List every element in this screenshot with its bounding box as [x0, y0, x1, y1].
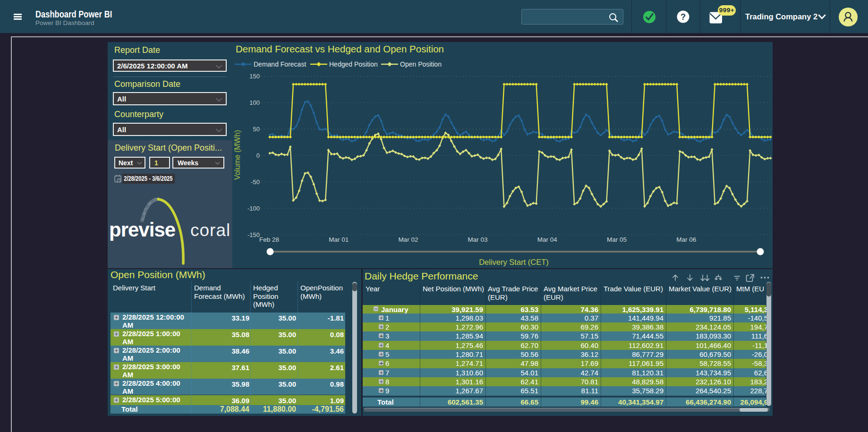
svg-text:Open Position: Open Position: [400, 60, 442, 68]
svg-text:Mar 05: Mar 05: [607, 236, 627, 243]
svg-text:Demand Forecast: Demand Forecast: [254, 60, 306, 68]
svg-text:Feb 28: Feb 28: [259, 236, 279, 243]
svg-text:-100: -100: [247, 205, 260, 212]
svg-text:Volume (MWh): Volume (MWh): [233, 130, 241, 180]
svg-text:Mar 02: Mar 02: [398, 236, 418, 243]
svg-text:Mar 04: Mar 04: [537, 236, 558, 243]
svg-text:-150: -150: [247, 231, 260, 238]
svg-text:150: 150: [249, 73, 260, 80]
svg-text:?: ?: [681, 12, 686, 22]
svg-text:0: 0: [256, 152, 260, 159]
svg-text:Mar 03: Mar 03: [468, 236, 488, 243]
svg-text:Hedged Position: Hedged Position: [329, 60, 378, 68]
svg-text:Demand Forecast vs Hedged and: Demand Forecast vs Hedged and Open Posit…: [236, 43, 444, 54]
svg-text:100: 100: [249, 99, 260, 106]
svg-text:Mar 06: Mar 06: [676, 236, 696, 243]
svg-text:Delivery Start (CET): Delivery Start (CET): [479, 258, 549, 266]
svg-text:50: 50: [253, 126, 260, 133]
svg-text:-50: -50: [251, 178, 260, 186]
svg-text:Mar 01: Mar 01: [329, 236, 349, 243]
